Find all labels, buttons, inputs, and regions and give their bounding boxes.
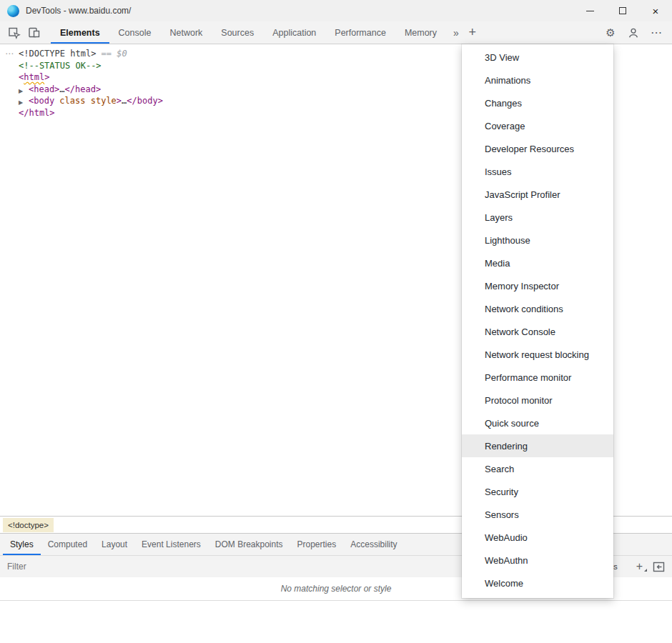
code-segment: == $0 bbox=[96, 49, 127, 59]
menu-item-memory-inspector[interactable]: Memory Inspector bbox=[462, 274, 613, 297]
sidebar-tab-computed[interactable]: Computed bbox=[41, 534, 94, 555]
code-segment: style bbox=[85, 96, 116, 106]
code-segment: … bbox=[59, 84, 64, 94]
code-segment: <!--STATUS OK--> bbox=[19, 61, 102, 71]
menu-item-protocol-monitor[interactable]: Protocol monitor bbox=[462, 389, 613, 412]
styles-filter-input[interactable] bbox=[7, 562, 222, 572]
code-segment: </html> bbox=[19, 108, 55, 118]
menu-item-sensors[interactable]: Sensors bbox=[462, 503, 613, 526]
code-segment: > bbox=[44, 72, 49, 82]
menu-item-network-console[interactable]: Network Console bbox=[462, 320, 613, 343]
menu-item-layers[interactable]: Layers bbox=[462, 206, 613, 229]
minimize-icon bbox=[586, 11, 594, 11]
menu-item-performance-monitor[interactable]: Performance monitor bbox=[462, 366, 613, 389]
tab-performance[interactable]: Performance bbox=[325, 21, 395, 44]
tab-application[interactable]: Application bbox=[263, 21, 325, 44]
menu-item-quick-source[interactable]: Quick source bbox=[462, 412, 613, 434]
code-segment: <!DOCTYPE html> bbox=[19, 49, 96, 59]
sidebar-tab-styles[interactable]: Styles bbox=[3, 534, 41, 555]
more-tabs-chevron[interactable]: » bbox=[453, 27, 459, 39]
overflow-dots-icon: ⋯ bbox=[651, 26, 662, 39]
titlebar: DevTools - www.baidu.com/ × bbox=[0, 0, 672, 21]
menu-item-lighthouse[interactable]: Lighthouse bbox=[462, 229, 613, 251]
window-title: DevTools - www.baidu.com/ bbox=[26, 6, 131, 16]
edge-logo-icon bbox=[7, 5, 19, 17]
inspect-cursor-icon bbox=[7, 26, 21, 39]
toolbar-right-icons: ⚙ ⋯ bbox=[601, 24, 672, 42]
menu-item-developer-resources[interactable]: Developer Resources bbox=[462, 137, 613, 160]
collapse-panel-button[interactable] bbox=[653, 562, 665, 572]
code-segment: <head> bbox=[29, 84, 59, 94]
tab-sources[interactable]: Sources bbox=[212, 21, 263, 44]
tab-network[interactable]: Network bbox=[160, 21, 212, 44]
toolbar-tabs: ElementsConsoleNetworkSourcesApplication… bbox=[51, 21, 446, 44]
window-controls: × bbox=[573, 0, 672, 21]
tab-memory[interactable]: Memory bbox=[395, 21, 446, 44]
plus-caret-icon bbox=[644, 569, 647, 572]
devtools-toolbar: ElementsConsoleNetworkSourcesApplication… bbox=[0, 21, 672, 44]
code-segment: </head> bbox=[65, 84, 102, 94]
person-icon bbox=[628, 27, 639, 39]
maximize-icon bbox=[619, 7, 626, 14]
menu-item-search[interactable]: Search bbox=[462, 457, 613, 480]
code-segment: class bbox=[54, 96, 85, 106]
customize-menu-button[interactable]: ⋯ bbox=[646, 24, 666, 42]
tab-elements[interactable]: Elements bbox=[51, 21, 109, 44]
breadcrumb: <!doctype> bbox=[0, 517, 54, 533]
menu-item-coverage[interactable]: Coverage bbox=[462, 114, 613, 137]
row-overflow-dots-icon[interactable]: ⋯ bbox=[5, 48, 14, 60]
menu-item-javascript-profiler[interactable]: JavaScript Profiler bbox=[462, 183, 613, 206]
sidebar-tab-layout[interactable]: Layout bbox=[94, 534, 134, 555]
sidebar-tab-event-listeners[interactable]: Event Listeners bbox=[134, 534, 208, 555]
breadcrumb-item[interactable]: <!doctype> bbox=[3, 518, 54, 532]
menu-item-webaudio[interactable]: WebAudio bbox=[462, 526, 613, 549]
collapse-panel-icon bbox=[653, 562, 665, 572]
menu-item-issues[interactable]: Issues bbox=[462, 160, 613, 183]
device-toolbar-button[interactable] bbox=[24, 24, 44, 42]
menu-item-3d-view[interactable]: 3D View bbox=[462, 46, 613, 69]
more-tools-button[interactable]: + bbox=[463, 26, 482, 40]
settings-button[interactable]: ⚙ bbox=[601, 24, 621, 42]
menu-item-webauthn[interactable]: WebAuthn bbox=[462, 549, 613, 572]
menu-item-welcome[interactable]: Welcome bbox=[462, 572, 613, 594]
menu-item-changes[interactable]: Changes bbox=[462, 91, 613, 114]
code-segment: <body bbox=[29, 96, 54, 106]
feedback-button[interactable] bbox=[623, 24, 643, 42]
sidebar-tab-accessibility[interactable]: Accessibility bbox=[343, 534, 404, 555]
plus-icon: + bbox=[636, 560, 643, 572]
menu-item-security[interactable]: Security bbox=[462, 480, 613, 503]
close-button[interactable]: × bbox=[639, 0, 672, 21]
maximize-button[interactable] bbox=[606, 0, 639, 21]
close-icon: × bbox=[653, 6, 659, 16]
more-tools-menu: 3D ViewAnimationsChangesCoverageDevelope… bbox=[462, 44, 613, 598]
sidebar-tab-properties[interactable]: Properties bbox=[290, 534, 344, 555]
menu-item-media[interactable]: Media bbox=[462, 251, 613, 274]
tab-console[interactable]: Console bbox=[109, 21, 161, 44]
menu-item-animations[interactable]: Animations bbox=[462, 69, 613, 91]
code-segment: > bbox=[117, 96, 122, 106]
device-toolbar-icon bbox=[27, 26, 41, 39]
inspect-element-button[interactable] bbox=[4, 24, 24, 42]
sidebar-tab-dom-breakpoints[interactable]: DOM Breakpoints bbox=[208, 534, 290, 555]
menu-item-network-conditions[interactable]: Network conditions bbox=[462, 297, 613, 320]
code-segment: </body> bbox=[127, 96, 163, 106]
gear-icon: ⚙ bbox=[606, 26, 615, 39]
new-style-rule-button[interactable]: + bbox=[636, 561, 643, 572]
menu-item-rendering[interactable]: Rendering bbox=[462, 434, 613, 457]
menu-item-network-request-blocking[interactable]: Network request blocking bbox=[462, 343, 613, 366]
code-segment: html bbox=[24, 72, 44, 82]
minimize-button[interactable] bbox=[573, 0, 606, 21]
